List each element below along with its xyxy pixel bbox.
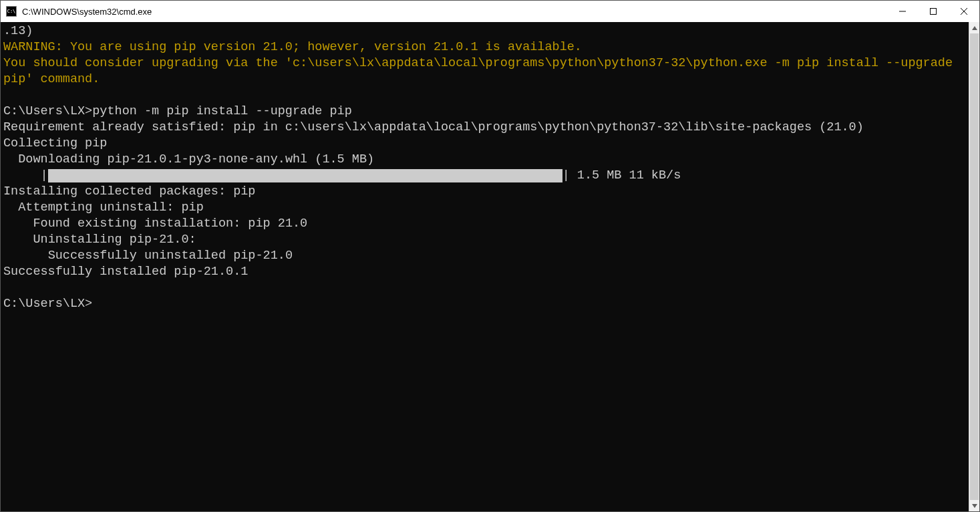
terminal-line xyxy=(3,280,966,296)
terminal-line: Uninstalling pip-21.0: xyxy=(3,232,966,248)
scroll-thumb[interactable] xyxy=(970,33,979,500)
svg-rect-0 xyxy=(931,9,937,15)
maximize-icon xyxy=(930,8,937,15)
terminal-line: You should consider upgrading via the 'c… xyxy=(3,55,966,88)
terminal-line: Installing collected packages: pip xyxy=(3,184,966,200)
window-title: C:\WINDOWS\system32\cmd.exe xyxy=(22,7,152,17)
progress-bar xyxy=(48,169,562,182)
minimize-button[interactable] xyxy=(887,1,918,22)
terminal-line: Successfully uninstalled pip-21.0 xyxy=(3,248,966,264)
terminal-line: Attempting uninstall: pip xyxy=(3,200,966,216)
maximize-button[interactable] xyxy=(918,1,949,22)
terminal-line: Downloading pip-21.0.1-py3-none-any.whl … xyxy=(3,152,966,168)
download-progress-line: || 1.5 MB 11 kB/s xyxy=(3,168,966,184)
close-button[interactable] xyxy=(949,1,979,22)
terminal-line: Found existing installation: pip 21.0 xyxy=(3,216,966,232)
cmd-icon: C:\ xyxy=(6,6,17,17)
terminal-line: Collecting pip xyxy=(3,136,966,152)
terminal-line: .13) xyxy=(3,23,966,39)
terminal-line: WARNING: You are using pip version 21.0;… xyxy=(3,39,966,55)
terminal-line: Successfully installed pip-21.0.1 xyxy=(3,264,966,280)
terminal-line: C:\Users\LX> xyxy=(3,296,966,312)
minimize-icon xyxy=(899,8,906,15)
progress-tail: | 1.5 MB 11 kB/s xyxy=(562,168,681,184)
terminal-line xyxy=(3,88,966,104)
scroll-down-arrow-icon[interactable] xyxy=(969,500,979,511)
vertical-scrollbar[interactable] xyxy=(969,22,979,511)
terminal-line: C:\Users\LX>python -m pip install --upgr… xyxy=(3,104,966,120)
terminal-output[interactable]: .13)WARNING: You are using pip version 2… xyxy=(1,22,969,511)
cmd-window: C:\ C:\WINDOWS\system32\cmd.exe .13)WARN… xyxy=(0,0,980,512)
scroll-up-arrow-icon[interactable] xyxy=(969,22,979,33)
scroll-track[interactable] xyxy=(969,33,979,500)
close-icon xyxy=(961,8,967,15)
client-area: .13)WARNING: You are using pip version 2… xyxy=(1,22,979,511)
titlebar[interactable]: C:\ C:\WINDOWS\system32\cmd.exe xyxy=(1,1,979,22)
progress-lead: | xyxy=(3,168,48,184)
terminal-line: Requirement already satisfied: pip in c:… xyxy=(3,120,966,136)
